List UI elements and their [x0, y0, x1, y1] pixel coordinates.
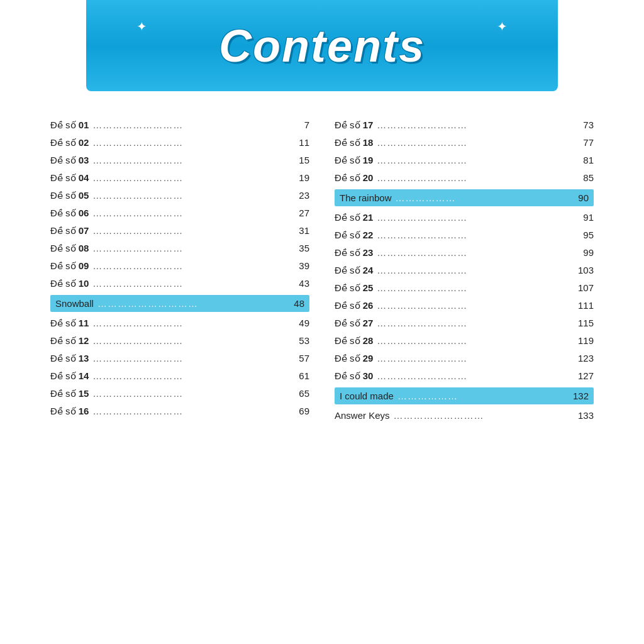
- toc-dots: ………………………: [377, 155, 571, 165]
- toc-item[interactable]: Đề số 22………………………95: [335, 226, 594, 244]
- toc-item-label: Đề số 05: [50, 190, 89, 201]
- toc-page-number: 43: [291, 278, 309, 289]
- toc-item[interactable]: Đề số 06………………………27: [50, 204, 309, 222]
- toc-item[interactable]: Đề số 17………………………73: [335, 116, 594, 134]
- toc-dots: ………………………: [92, 225, 287, 236]
- toc-page-number: 11: [291, 137, 309, 148]
- toc-dots: ………………………: [377, 172, 571, 183]
- toc-item[interactable]: Đề số 23………………………99: [335, 244, 594, 262]
- toc-item[interactable]: Đề số 19………………………81: [335, 152, 594, 169]
- toc-page-number: 115: [575, 318, 594, 328]
- toc-item-label: Đề số 20: [335, 172, 373, 184]
- toc-item-label: Đề số 15: [50, 388, 89, 399]
- toc-item-label: Đề số 13: [50, 353, 89, 364]
- toc-dots: ………………: [397, 391, 566, 401]
- toc-page-number: 7: [291, 119, 309, 130]
- toc-item-label: Đề số 23: [335, 247, 373, 258]
- toc-dots: ………………………: [92, 260, 287, 271]
- toc-dots: ………………………: [377, 247, 571, 258]
- toc-dots: ………………………: [92, 388, 287, 399]
- toc-highlight-item[interactable]: I could made………………132: [335, 387, 594, 404]
- toc-item[interactable]: Đề số 01………………………7: [50, 116, 309, 134]
- toc-page-number: 48: [286, 298, 304, 309]
- toc-item[interactable]: Đề số 26………………………111: [335, 297, 594, 314]
- toc-item-label: Đề số 24: [335, 265, 373, 276]
- toc-item[interactable]: Đề số 20………………………85: [335, 169, 594, 187]
- toc-page-number: 85: [575, 172, 594, 183]
- toc-item[interactable]: Đề số 13………………………57: [50, 350, 309, 367]
- toc-page-number: 35: [291, 243, 309, 253]
- toc-page-number: 57: [291, 353, 309, 364]
- toc-page-number: 61: [291, 370, 309, 381]
- toc-item[interactable]: Đề số 16………………………69: [50, 402, 309, 420]
- toc-page-number: 31: [291, 225, 309, 236]
- toc-item[interactable]: Đề số 10………………………43: [50, 275, 309, 292]
- toc-item[interactable]: Đề số 28………………………119: [335, 332, 594, 350]
- toc-item-label: Đề số 10: [50, 278, 89, 289]
- toc-page-number: 103: [575, 265, 594, 275]
- toc-highlight-item[interactable]: Snowball…………………………48: [50, 295, 309, 312]
- toc-item[interactable]: Đề số 12………………………53: [50, 332, 309, 350]
- toc-item-label: The rainbow: [340, 192, 392, 203]
- toc-dots: ………………………: [92, 406, 287, 416]
- toc-item[interactable]: Đề số 29………………………123: [335, 350, 594, 367]
- toc-item-label: Đề số 06: [50, 208, 89, 219]
- toc-dots: ………………………: [377, 353, 571, 364]
- toc-dots: ………………………: [377, 282, 571, 293]
- toc-item[interactable]: Đề số 03………………………15: [50, 152, 309, 169]
- toc-dots: ………………………: [92, 208, 287, 218]
- toc-page-number: 73: [575, 119, 594, 130]
- toc-dots: …………………………: [97, 298, 282, 309]
- toc-page-number: 53: [291, 335, 309, 346]
- right-column: Đề số 17………………………73Đề số 18………………………77Đề…: [335, 116, 594, 424]
- toc-page-number: 132: [570, 391, 589, 401]
- header-banner: ✦ Contents ✦: [86, 0, 558, 91]
- toc-item[interactable]: Đề số 18………………………77: [335, 134, 594, 152]
- toc-item-label: Đề số 02: [50, 137, 89, 148]
- toc-item[interactable]: Đề số 05………………………23: [50, 187, 309, 204]
- toc-item[interactable]: Đề số 15………………………65: [50, 385, 309, 402]
- toc-item[interactable]: Đề số 25………………………107: [335, 279, 594, 297]
- toc-item[interactable]: Đề số 11………………………49: [50, 314, 309, 332]
- toc-page-number: 27: [291, 208, 309, 218]
- toc-item[interactable]: Đề số 21………………………91: [335, 209, 594, 226]
- toc-page-number: 91: [575, 212, 594, 223]
- toc-item-label: Đề số 27: [335, 318, 373, 329]
- toc-highlight-item[interactable]: The rainbow………………90: [335, 189, 594, 206]
- toc-item[interactable]: Đề số 14………………………61: [50, 367, 309, 385]
- toc-item[interactable]: Đề số 07………………………31: [50, 222, 309, 240]
- toc-item-label: Đề số 29: [335, 353, 373, 364]
- toc-item[interactable]: Đề số 09………………………39: [50, 257, 309, 275]
- toc-page-number: 95: [575, 230, 594, 240]
- toc-dots: ………………………: [92, 318, 287, 328]
- toc-item-label: Đề số 09: [50, 260, 89, 272]
- toc-item-label: Đề số 19: [335, 155, 373, 166]
- toc-item[interactable]: Đề số 08………………………35: [50, 240, 309, 257]
- toc-item[interactable]: Đề số 30………………………127: [335, 367, 594, 385]
- toc-item-label: Đề số 30: [335, 370, 373, 382]
- toc-dots: ………………………: [92, 190, 287, 201]
- toc-dots: ………………………: [377, 212, 571, 223]
- toc-item[interactable]: Answer Keys………………………133: [335, 407, 594, 424]
- toc-item[interactable]: Đề số 02………………………11: [50, 134, 309, 152]
- contents-area: Đề số 01………………………7Đề số 02………………………11Đề …: [0, 97, 644, 443]
- toc-page-number: 15: [291, 155, 309, 165]
- toc-item[interactable]: Đề số 04………………………19: [50, 169, 309, 187]
- toc-item[interactable]: Đề số 24………………………103: [335, 262, 594, 279]
- toc-item-label: Snowball: [55, 298, 94, 309]
- toc-page-number: 69: [291, 406, 309, 416]
- toc-item[interactable]: Đề số 27………………………115: [335, 314, 594, 332]
- toc-page-number: 133: [575, 410, 594, 421]
- toc-dots: ………………………: [377, 300, 571, 311]
- toc-dots: ………………………: [92, 370, 287, 381]
- toc-item-label: Đề số 25: [335, 282, 373, 294]
- toc-dots: ………………………: [377, 370, 571, 381]
- toc-item-label: Đề số 17: [335, 119, 373, 131]
- toc-page-number: 81: [575, 155, 594, 165]
- toc-item-label: Đề số 08: [50, 243, 89, 254]
- toc-dots: ………………………: [377, 137, 571, 148]
- toc-page-number: 23: [291, 190, 309, 201]
- toc-dots: ………………………: [377, 318, 571, 328]
- toc-item-label: Đề số 12: [50, 335, 89, 347]
- toc-page-number: 19: [291, 172, 309, 183]
